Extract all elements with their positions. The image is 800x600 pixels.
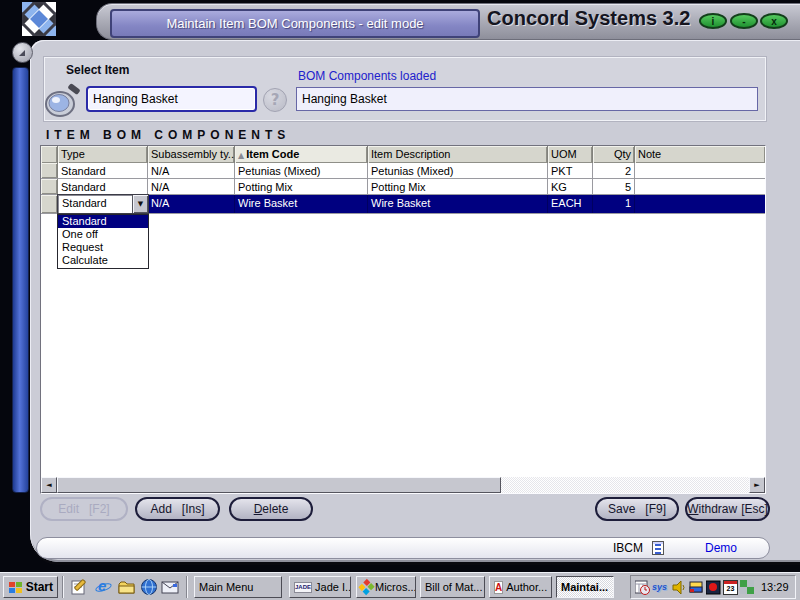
cell-qty[interactable]: 1: [593, 195, 635, 213]
dropdown-option-standard[interactable]: Standard: [58, 215, 148, 228]
type-combobox[interactable]: Standard ▼: [57, 194, 149, 214]
cell-item-description[interactable]: Petunias (Mixed): [368, 163, 548, 178]
scroll-right-button[interactable]: ►: [749, 477, 765, 493]
close-button[interactable]: x: [760, 13, 788, 29]
info-button[interactable]: i: [699, 13, 727, 29]
quick-launch-mail-icon[interactable]: [161, 578, 179, 596]
status-bar: IBCM Demo: [36, 537, 770, 559]
cell-item-code[interactable]: Potting Mix: [235, 179, 368, 194]
tray-recorder-icon[interactable]: [706, 580, 721, 595]
task-main-menu[interactable]: Main Menu: [194, 576, 282, 598]
taskbar-separator: [186, 576, 188, 598]
task-label: Maintai...: [561, 581, 608, 593]
cell-note[interactable]: [635, 179, 765, 194]
row-selector-cell[interactable]: [41, 179, 58, 194]
cell-note[interactable]: [635, 195, 765, 213]
column-header-type-label: Type: [61, 148, 85, 160]
cell-qty[interactable]: 2: [593, 163, 635, 178]
cell-type[interactable]: Standard: [58, 163, 148, 178]
column-header-item-code[interactable]: ▲Item Code: [235, 146, 368, 163]
tray-scheduler-icon[interactable]: [635, 580, 650, 595]
window-corner-button[interactable]: [12, 42, 33, 63]
cell-qty[interactable]: 5: [593, 179, 635, 194]
cell-item-code[interactable]: Wire Basket: [235, 195, 368, 213]
dropdown-option-calculate[interactable]: Calculate: [58, 254, 148, 267]
table-row[interactable]: Standard N/A Potting Mix Potting Mix KG …: [41, 179, 765, 195]
cell-item-code[interactable]: Petunias (Mixed): [235, 163, 368, 178]
row-selector-cell[interactable]: [41, 195, 58, 213]
start-button[interactable]: Start: [3, 576, 58, 598]
add-button[interactable]: Add [Ins]: [135, 497, 220, 521]
info-icon: i: [712, 16, 715, 27]
column-header-note-label: Note: [638, 148, 661, 160]
search-magnifier-icon: [44, 83, 82, 119]
author-a-icon: A: [494, 581, 503, 594]
horizontal-scrollbar[interactable]: ◄ ►: [41, 477, 765, 493]
tray-display-icon[interactable]: [689, 580, 704, 595]
windows-logo-icon: [8, 581, 23, 594]
cell-uom[interactable]: EACH: [548, 195, 593, 213]
column-header-note[interactable]: Note: [635, 146, 765, 163]
tray-network-icon[interactable]: [740, 580, 755, 595]
cell-uom[interactable]: KG: [548, 179, 593, 194]
task-label: Bill of Mat...: [425, 581, 482, 593]
delete-button-label: Delete: [254, 502, 289, 516]
row-selector-header: [41, 146, 58, 163]
jade-logo-icon: JADE: [294, 582, 312, 593]
withdraw-button[interactable]: Withdraw [Esc]: [685, 497, 770, 521]
cell-note[interactable]: [635, 163, 765, 178]
edit-button-key: [F2]: [89, 502, 110, 516]
close-icon: x: [771, 16, 777, 27]
delete-button[interactable]: Delete: [229, 497, 313, 521]
scroll-left-button[interactable]: ◄: [41, 477, 57, 493]
column-header-qty[interactable]: Qty: [593, 146, 635, 163]
grid-section-title: ITEM BOM COMPONENTS: [46, 128, 290, 142]
select-item-label: Select Item: [66, 63, 129, 77]
taskbar-clock[interactable]: 13:29: [761, 581, 789, 593]
task-jade[interactable]: JADE Jade I...: [289, 576, 351, 598]
status-company: IBCM: [613, 541, 643, 555]
quick-launch-desktop-icon[interactable]: [70, 578, 88, 596]
type-combobox-dropdown-button[interactable]: ▼: [132, 195, 148, 213]
row-selector-cell[interactable]: [41, 163, 58, 178]
cell-item-description[interactable]: Wire Basket: [368, 195, 548, 213]
task-maintain-active[interactable]: Maintai...: [556, 576, 614, 598]
column-header-uom-label: UOM: [551, 148, 577, 160]
quick-launch-globe-icon[interactable]: [140, 578, 158, 596]
tray-sys-icon[interactable]: sys: [652, 580, 670, 595]
table-row-selected[interactable]: N/A Wire Basket Wire Basket EACH 1: [41, 195, 765, 214]
tray-volume-icon[interactable]: [672, 580, 687, 595]
dropdown-option-one-off[interactable]: One off: [58, 228, 148, 241]
load-status-message: BOM Components loaded: [298, 69, 436, 83]
dropdown-option-request[interactable]: Request: [58, 241, 148, 254]
quick-launch-folder-icon[interactable]: [118, 578, 136, 596]
item-display-field: Hanging Basket: [296, 87, 758, 111]
item-display-value: Hanging Basket: [302, 92, 387, 106]
scrollbar-thumb[interactable]: [57, 477, 501, 493]
task-microsoft[interactable]: Micros...: [356, 576, 416, 598]
task-label: Micros...: [375, 581, 416, 593]
column-header-type[interactable]: Type: [58, 146, 148, 163]
edit-button: Edit [F2]: [40, 497, 128, 521]
minimize-button[interactable]: -: [730, 13, 758, 29]
task-author[interactable]: A Author...: [489, 576, 552, 598]
cell-subassembly[interactable]: N/A: [148, 179, 235, 194]
save-button[interactable]: Save [F9]: [595, 497, 679, 521]
cell-type[interactable]: Standard: [58, 179, 148, 194]
cell-uom[interactable]: PKT: [548, 163, 593, 178]
column-header-subassembly[interactable]: Subassembly ty...: [148, 146, 235, 163]
quick-launch-internet-explorer-icon[interactable]: e: [95, 578, 113, 596]
column-header-item-description[interactable]: Item Description: [368, 146, 548, 163]
help-button[interactable]: ?: [263, 88, 287, 112]
cell-subassembly[interactable]: N/A: [148, 163, 235, 178]
cell-item-description[interactable]: Potting Mix: [368, 179, 548, 194]
cell-subassembly[interactable]: N/A: [148, 195, 235, 213]
task-label: Main Menu: [199, 581, 253, 593]
scroll-left-icon: ◄: [46, 481, 51, 489]
item-search-input[interactable]: [86, 86, 257, 112]
add-button-label: Add: [150, 502, 171, 516]
column-header-uom[interactable]: UOM: [548, 146, 593, 163]
table-row[interactable]: Standard N/A Petunias (Mixed) Petunias (…: [41, 163, 765, 179]
tray-calendar-icon[interactable]: 23: [723, 580, 738, 595]
task-bill-of-materials[interactable]: Bill of Mat...: [420, 576, 485, 598]
